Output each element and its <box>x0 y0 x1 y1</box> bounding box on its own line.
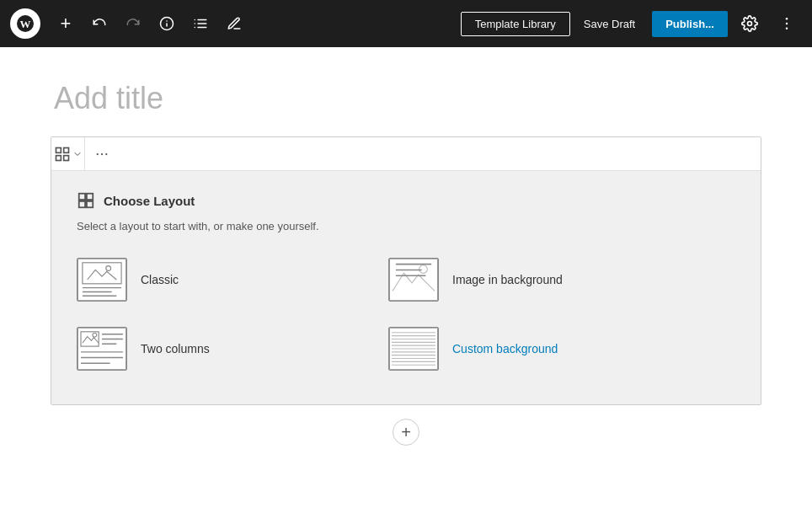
toolbar-right: Save Draft Publish... <box>574 8 802 39</box>
svg-rect-26 <box>77 259 126 301</box>
custom-background-label: Custom background <box>452 342 558 355</box>
toolbar: W + Template Library Save Draft Publish. <box>0 0 812 47</box>
save-draft-button[interactable]: Save Draft <box>574 13 645 35</box>
redo-button[interactable] <box>118 8 148 39</box>
svg-point-19 <box>97 152 99 154</box>
more-options-button[interactable] <box>772 8 802 39</box>
redo-icon <box>126 16 141 31</box>
choose-layout-panel: Choose Layout Select a layout to start w… <box>51 171 761 404</box>
classic-layout-label: Classic <box>141 273 179 286</box>
undo-button[interactable] <box>84 8 115 39</box>
template-library-button[interactable]: Template Library <box>461 12 570 36</box>
svg-rect-17 <box>56 155 61 160</box>
choose-layout-title: Choose Layout <box>104 194 195 208</box>
chevron-down-icon <box>72 149 83 159</box>
info-button[interactable] <box>152 8 182 39</box>
add-block-button[interactable]: + <box>393 419 419 446</box>
info-icon <box>159 16 174 31</box>
plus-icon: + <box>61 13 72 35</box>
svg-rect-24 <box>79 201 85 207</box>
plus-circle-icon: + <box>401 424 411 441</box>
svg-rect-15 <box>56 147 61 152</box>
image-in-background-layout-icon <box>388 258 439 302</box>
svg-rect-23 <box>87 194 93 200</box>
two-columns-label: Two columns <box>141 342 210 355</box>
custom-background-layout-icon <box>388 327 439 371</box>
gear-icon <box>741 15 758 32</box>
add-block-row: + <box>51 405 761 459</box>
choose-layout-subtitle: Select a layout to start with, or make o… <box>77 220 735 232</box>
block-container: Choose Layout Select a layout to start w… <box>51 136 761 405</box>
layout-item-custom-background[interactable]: Custom background <box>388 327 666 371</box>
svg-rect-22 <box>79 194 85 200</box>
layout-item-classic[interactable]: Classic <box>77 258 355 302</box>
add-block-toolbar-button[interactable]: + <box>51 8 81 39</box>
svg-point-14 <box>786 28 788 30</box>
image-in-background-label: Image in background <box>452 273 563 286</box>
svg-rect-25 <box>87 201 93 207</box>
two-columns-layout-icon <box>77 327 127 371</box>
grid-icon <box>54 146 71 163</box>
classic-layout-icon <box>77 258 127 302</box>
svg-point-13 <box>786 23 788 25</box>
wp-logo[interactable]: W <box>10 8 40 39</box>
list-view-icon <box>193 16 208 31</box>
editor-area: Add title <box>0 47 812 529</box>
horizontal-dots-icon <box>94 147 110 162</box>
undo-icon <box>92 16 107 31</box>
svg-point-21 <box>105 152 107 154</box>
svg-point-12 <box>786 18 788 20</box>
layout-item-image-in-background[interactable]: Image in background <box>388 258 666 302</box>
grid-view-button[interactable] <box>51 137 85 171</box>
svg-rect-16 <box>63 147 68 152</box>
block-toolbar <box>51 137 761 171</box>
choose-layout-header: Choose Layout <box>77 191 735 210</box>
svg-text:W: W <box>20 18 31 30</box>
svg-point-11 <box>748 22 752 26</box>
choose-layout-icon <box>77 191 95 210</box>
layout-grid: Classic Image in background <box>77 258 666 371</box>
svg-rect-18 <box>63 155 68 160</box>
edit-button[interactable] <box>219 8 249 39</box>
svg-point-20 <box>101 152 103 154</box>
pencil-icon <box>227 16 242 31</box>
vertical-dots-icon <box>778 15 795 32</box>
list-view-button[interactable] <box>185 8 216 39</box>
publish-button[interactable]: Publish... <box>652 11 728 37</box>
block-more-button[interactable] <box>85 137 119 171</box>
settings-button[interactable] <box>735 8 765 39</box>
layout-item-two-columns[interactable]: Two columns <box>77 327 355 371</box>
page-title-placeholder[interactable]: Add title <box>54 81 761 116</box>
